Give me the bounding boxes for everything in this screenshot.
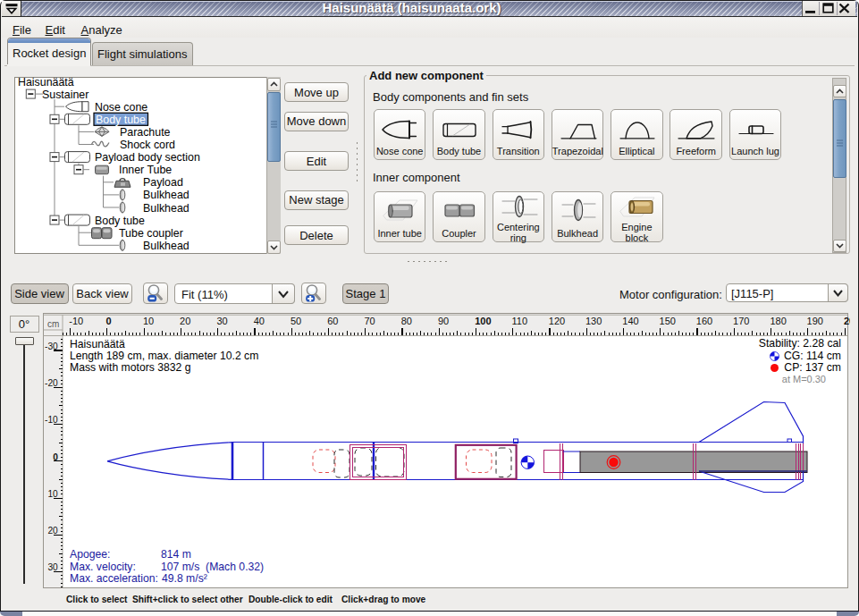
svg-text:30: 30	[216, 316, 227, 326]
svg-text:at M=0.30: at M=0.30	[782, 374, 826, 384]
svg-text:Tube coupler: Tube coupler	[119, 227, 183, 240]
svg-text:190: 190	[807, 316, 823, 326]
svg-text:110: 110	[512, 316, 528, 326]
svg-text:-10: -10	[45, 415, 58, 425]
svg-text:40: 40	[254, 316, 265, 326]
svg-text:10: 10	[143, 316, 154, 326]
svg-text:60: 60	[327, 316, 338, 326]
svg-text:Length 189 cm, max. diameter 1: Length 189 cm, max. diameter 10.2 cm	[70, 350, 258, 362]
svg-text:Max. velocity:: Max. velocity:	[70, 561, 136, 573]
svg-text:150: 150	[660, 316, 676, 326]
svg-text:Sustainer: Sustainer	[42, 89, 88, 101]
svg-text:cm: cm	[47, 319, 59, 329]
svg-text:Payload: Payload	[143, 176, 183, 189]
svg-text:170: 170	[733, 316, 749, 326]
svg-text:CG: 114 cm: CG: 114 cm	[784, 350, 841, 362]
svg-text:130: 130	[585, 316, 602, 326]
svg-text:20: 20	[180, 316, 190, 326]
svg-text:0: 0	[106, 316, 112, 326]
svg-text:Haisunäätä: Haisunäätä	[70, 338, 125, 350]
svg-text:107 m/s (Mach 0.32): 107 m/s (Mach 0.32)	[161, 561, 264, 573]
svg-text:Shock cord: Shock cord	[120, 139, 175, 151]
svg-text:70: 70	[365, 316, 375, 326]
svg-text:-10: -10	[69, 316, 83, 326]
svg-text:CP: 137 cm: CP: 137 cm	[784, 361, 841, 374]
svg-text:Bulkhead: Bulkhead	[143, 202, 189, 215]
svg-text:50: 50	[291, 316, 301, 326]
svg-text:Payload body section: Payload body section	[95, 151, 200, 164]
svg-text:Inner Tube: Inner Tube	[119, 164, 172, 176]
svg-text:814 m: 814 m	[161, 548, 191, 561]
svg-text:Max. acceleration:: Max. acceleration:	[70, 572, 158, 585]
svg-text:Parachute: Parachute	[120, 126, 171, 139]
svg-text:80: 80	[401, 316, 412, 326]
svg-text:-30: -30	[45, 342, 58, 351]
svg-text:20: 20	[47, 526, 58, 536]
svg-text:Body tube: Body tube	[95, 215, 145, 227]
svg-text:200: 200	[844, 316, 850, 326]
svg-text:140: 140	[622, 316, 638, 326]
svg-text:10: 10	[47, 489, 58, 499]
svg-text:Stability: 2.28 cal: Stability: 2.28 cal	[759, 337, 841, 350]
svg-text:Apogee:: Apogee:	[70, 548, 110, 561]
svg-text:30: 30	[47, 562, 58, 572]
svg-text:Mass with motors 3832 g: Mass with motors 3832 g	[70, 361, 190, 374]
svg-text:Bulkhead: Bulkhead	[143, 189, 189, 201]
svg-text:180: 180	[770, 316, 786, 326]
svg-text:-20: -20	[45, 378, 58, 388]
svg-text:90: 90	[438, 316, 449, 326]
svg-text:100: 100	[475, 316, 491, 326]
svg-text:160: 160	[696, 316, 712, 326]
svg-text:Bulkhead: Bulkhead	[143, 240, 189, 252]
svg-text:49.8 m/s²: 49.8 m/s²	[162, 572, 207, 585]
svg-text:Body tube: Body tube	[96, 114, 146, 126]
svg-text:120: 120	[549, 316, 565, 326]
svg-text:Nose cone: Nose cone	[95, 101, 147, 114]
svg-text:Haisunäätä: Haisunäätä	[18, 78, 74, 89]
svg-text:0: 0	[53, 452, 58, 462]
